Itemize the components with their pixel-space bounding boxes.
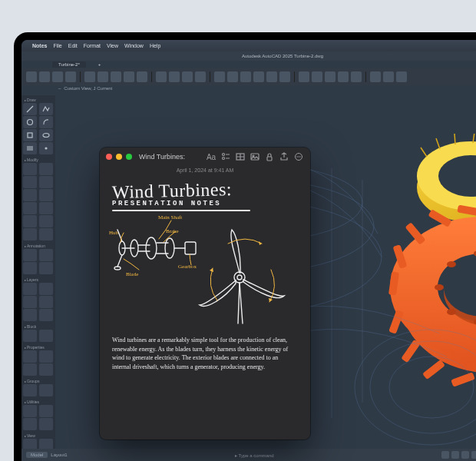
- checklist-icon[interactable]: [220, 151, 231, 162]
- ribbon-tool[interactable]: [137, 71, 147, 82]
- ribbon-tool[interactable]: [299, 71, 309, 82]
- menu-format[interactable]: Format: [84, 43, 101, 48]
- ribbon-tool[interactable]: [266, 71, 277, 82]
- tool[interactable]: [23, 296, 37, 308]
- ribbon-tool[interactable]: [312, 71, 322, 82]
- format-icon[interactable]: Aa: [206, 151, 217, 162]
- palette-section[interactable]: Properties: [23, 344, 54, 350]
- tool-arc[interactable]: [39, 116, 53, 128]
- tool[interactable]: [39, 283, 53, 295]
- tool-point[interactable]: [39, 142, 53, 154]
- app-name[interactable]: Notes: [32, 43, 47, 48]
- status-tab-model[interactable]: Model: [26, 452, 48, 458]
- tool[interactable]: [23, 350, 37, 363]
- menu-help[interactable]: Help: [150, 43, 160, 48]
- tool[interactable]: [39, 296, 53, 308]
- notes-titlebar[interactable]: Wind Turbines: Aa: [100, 148, 310, 166]
- palette-section[interactable]: Groups: [23, 378, 54, 384]
- tool-fillet[interactable]: [23, 215, 37, 227]
- tool[interactable]: [39, 418, 53, 430]
- tool[interactable]: [39, 309, 53, 321]
- ribbon-tool[interactable]: [39, 71, 50, 82]
- ribbon-tool[interactable]: [279, 71, 290, 82]
- palette-section[interactable]: Draw: [23, 97, 54, 103]
- tool-mirror[interactable]: [39, 176, 53, 188]
- menu-window[interactable]: Window: [124, 43, 144, 48]
- tool[interactable]: [39, 262, 53, 274]
- share-icon[interactable]: [279, 151, 289, 162]
- tool-extend[interactable]: [39, 202, 53, 214]
- tool-ellipse[interactable]: [39, 129, 53, 141]
- menu-file[interactable]: File: [53, 43, 61, 48]
- doc-tab[interactable]: Turbine-2*: [52, 61, 86, 68]
- ribbon-tool[interactable]: [111, 71, 121, 82]
- tool-move[interactable]: [23, 163, 37, 175]
- ribbon-tool[interactable]: [98, 71, 108, 82]
- ribbon-tool[interactable]: [383, 71, 394, 82]
- palette-section[interactable]: Block: [23, 323, 54, 330]
- ribbon-tool[interactable]: [351, 71, 362, 82]
- ribbon-tool[interactable]: [253, 71, 264, 82]
- tool[interactable]: [23, 405, 37, 417]
- more-icon[interactable]: [293, 151, 304, 162]
- tool-stretch[interactable]: [39, 189, 53, 201]
- close-icon[interactable]: [106, 154, 112, 160]
- status-tab-layout[interactable]: Layout1: [51, 453, 67, 457]
- photo-icon[interactable]: [250, 151, 260, 162]
- palette-section[interactable]: View: [23, 433, 54, 439]
- tool-rotate[interactable]: [23, 176, 37, 188]
- status-icon[interactable]: [471, 451, 476, 459]
- tool[interactable]: [39, 350, 53, 363]
- status-icon[interactable]: [451, 451, 459, 459]
- tool-rect[interactable]: [23, 129, 37, 141]
- status-icon[interactable]: [441, 451, 449, 459]
- menu-view[interactable]: View: [107, 43, 118, 48]
- tool[interactable]: [23, 309, 37, 321]
- ribbon-tool[interactable]: [396, 71, 407, 82]
- minimize-icon[interactable]: [116, 154, 122, 160]
- tool[interactable]: [39, 330, 53, 342]
- tool-copy[interactable]: [39, 163, 53, 175]
- ribbon-tool[interactable]: [240, 71, 251, 82]
- ribbon-tool[interactable]: [65, 71, 76, 82]
- ribbon-tool[interactable]: [26, 71, 37, 82]
- status-icon[interactable]: [461, 451, 469, 459]
- tool-chamfer[interactable]: [39, 215, 53, 227]
- tool[interactable]: [39, 363, 53, 376]
- notes-body[interactable]: Wind Turbines: PRESENTATION NOTES Main S…: [100, 177, 310, 439]
- ribbon-tool[interactable]: [370, 71, 381, 82]
- tool-trim[interactable]: [23, 202, 37, 214]
- tool[interactable]: [23, 262, 37, 274]
- ribbon-tool[interactable]: [84, 71, 95, 82]
- ribbon-tool[interactable]: [169, 71, 180, 82]
- tool[interactable]: [23, 283, 37, 295]
- tool[interactable]: [39, 249, 53, 261]
- new-tab-button[interactable]: +: [98, 62, 101, 67]
- ribbon-tool[interactable]: [214, 71, 225, 82]
- palette-section[interactable]: Modify: [23, 157, 54, 163]
- palette-section[interactable]: Annotation: [23, 243, 54, 249]
- tool[interactable]: [23, 330, 37, 342]
- ribbon-tool[interactable]: [52, 71, 63, 82]
- ribbon-tool[interactable]: [227, 71, 238, 82]
- tool-line[interactable]: [23, 103, 37, 115]
- tool-array[interactable]: [39, 228, 53, 240]
- tool[interactable]: [23, 418, 37, 430]
- palette-section[interactable]: Layers: [23, 277, 54, 283]
- tool-hatch[interactable]: [23, 142, 37, 154]
- ribbon-tool[interactable]: [325, 71, 336, 82]
- ribbon-tool[interactable]: [338, 71, 349, 82]
- lock-icon[interactable]: [264, 151, 275, 162]
- command-input[interactable]: ▸ Type a command: [68, 453, 441, 458]
- tool-scale[interactable]: [23, 189, 37, 201]
- tool-circle[interactable]: [23, 116, 37, 128]
- ribbon-tool[interactable]: [156, 71, 167, 82]
- tool[interactable]: [23, 363, 37, 376]
- tool[interactable]: [23, 384, 37, 396]
- tool[interactable]: [39, 405, 53, 417]
- ribbon-tool[interactable]: [182, 71, 193, 82]
- tool-polyline[interactable]: [39, 103, 53, 115]
- palette-section[interactable]: Utilities: [23, 399, 54, 405]
- notes-window[interactable]: Wind Turbines: Aa April 1, 2024 at 9:41 …: [100, 148, 310, 439]
- tool-offset[interactable]: [23, 228, 37, 240]
